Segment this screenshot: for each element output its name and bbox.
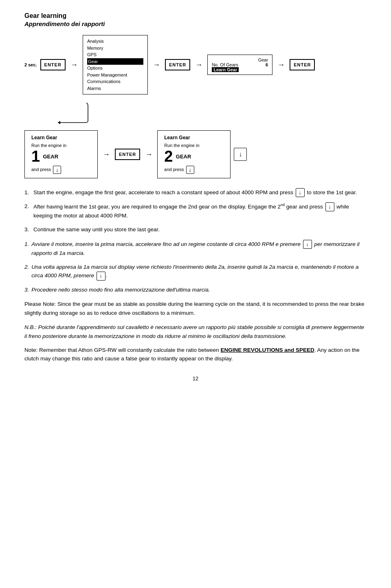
note-underline: ENGINE REVOLUTIONS and SPEED — [220, 347, 314, 353]
arrow-4: → — [277, 61, 285, 69]
note-prefix: Note: Remember that Athon GPS-RW will co… — [24, 347, 220, 353]
learn-gear-highlighted: Learn Gear — [212, 67, 239, 72]
nb-it-text: N.B.: Poiché durante l'apprendimento sul… — [24, 323, 367, 340]
step-3-en: 3. Continue the same way until you store… — [24, 225, 367, 234]
page-title-en: Gear learning — [24, 12, 367, 20]
card1-gear-number: 1 — [31, 149, 40, 164]
gear-panel: Gear No. Of Gears 6 Learn Gear — [207, 55, 272, 75]
menu-item-gps: GPS — [87, 51, 143, 58]
italian-instructions: 1. Avviare il motore, inserire la prima … — [24, 240, 367, 294]
card1-gear-line: 1 GEAR — [31, 149, 91, 164]
no-of-gears-row: No. Of Gears 6 — [212, 62, 268, 67]
step-2-en: 2. After having learnt the 1st gear, you… — [24, 202, 367, 220]
please-note-text: Please Note: Since the gear must be as s… — [24, 300, 367, 317]
step3it-text: Procedere nello stesso modo fino alla me… — [31, 285, 210, 294]
learn-gear-card-1: Learn Gear Run the engine in 1 GEAR and … — [24, 130, 98, 178]
menu-item-options: Options — [87, 65, 143, 72]
step2-num: 2. — [24, 202, 31, 220]
step1it-num: 1. — [24, 240, 29, 258]
menu-item-comms: Communications — [87, 78, 143, 85]
svg-marker-0 — [58, 121, 60, 124]
menu-item-gear: Gear — [87, 58, 143, 65]
card1-and-press: and press ↓ — [31, 166, 91, 174]
arrow-6: → — [145, 150, 152, 159]
curve-arrow-svg — [57, 99, 90, 127]
enter-button-4: ENTER — [115, 149, 140, 160]
learn-gear-card-2: Learn Gear Run the engine in 2 GEAR and … — [157, 130, 231, 178]
note-text: Note: Remember that Athon GPS-RW will co… — [24, 346, 367, 363]
instructions-section: 1. Start the engine, engage the first ge… — [24, 188, 367, 234]
card2-run-text: Run the engine in — [164, 143, 224, 148]
menu-item-power: Power Management — [87, 72, 143, 79]
two-sec-label: 2 sec. — [24, 62, 37, 67]
step3-num: 3. — [24, 225, 31, 234]
menu-item-analysis: Analysis — [87, 38, 143, 45]
step3-text: Continue the same way until you store th… — [33, 225, 160, 234]
menu-box: Analysis Memory GPS Gear Options Power M… — [83, 35, 148, 94]
card2-gear-word: GEAR — [176, 154, 191, 160]
step2it-num: 2. — [24, 263, 29, 281]
step2it-text: Una volta appresa la 1a marcia sul displ… — [31, 263, 367, 281]
step-1-en: 1. Start the engine, engage the first ge… — [24, 188, 367, 197]
step1-down-icon: ↓ — [296, 188, 305, 197]
step-1-it: 1. Avviare il motore, inserire la prima … — [24, 240, 367, 258]
step2it-down-icon: ↓ — [97, 272, 105, 281]
arrow-2: → — [153, 61, 160, 69]
step2-down-icon: ↓ — [325, 202, 334, 211]
please-note-section: Please Note: Since the gear must be as s… — [24, 300, 367, 363]
step-3-it: 3. Procedere nello stesso modo fino alla… — [24, 285, 367, 294]
step2-text: After having learnt the 1st gear, you ar… — [33, 202, 367, 220]
card2-down-icon: ↓ — [186, 166, 194, 174]
step1-text: Start the engine, engage the first gear,… — [33, 188, 357, 197]
page-number: 12 — [24, 375, 367, 382]
arrow-3: → — [195, 61, 202, 69]
arrow-1: → — [70, 61, 78, 69]
card2-gear-line: 2 GEAR — [164, 149, 224, 164]
card2-and-press: and press ↓ — [164, 166, 224, 174]
step-2-it: 2. Una volta appresa la 1a marcia sul di… — [24, 263, 367, 281]
step3it-num: 3. — [24, 285, 29, 294]
diagram-row-2: Learn Gear Run the engine in 1 GEAR and … — [24, 130, 367, 178]
gear-learning-diagram: 2 sec. ENTER → Analysis Memory GPS Gear … — [24, 35, 367, 178]
step1-num: 1. — [24, 188, 31, 197]
diagram-row-1: 2 sec. ENTER → Analysis Memory GPS Gear … — [24, 35, 367, 94]
step1it-text: Avviare il motore, inserire la prima mar… — [31, 240, 367, 258]
card1-run-text: Run the engine in — [31, 143, 91, 148]
card2-gear-number: 2 — [164, 149, 173, 164]
menu-item-alarms: Alarms — [87, 85, 143, 92]
enter-button-3: ENTER — [290, 59, 315, 70]
arrow-5: → — [103, 150, 110, 159]
step1it-down-icon: ↓ — [303, 240, 312, 249]
down-button: ↓ — [234, 148, 247, 161]
sup-nd: nd — [281, 203, 285, 207]
curve-arrow-container — [57, 99, 367, 127]
enter-button-2: ENTER — [165, 59, 190, 70]
menu-item-memory: Memory — [87, 45, 143, 52]
card1-title: Learn Gear — [31, 135, 91, 140]
page-title-it: Apprendimento dei rapporti — [24, 20, 367, 28]
learn-gear-row: Learn Gear — [212, 67, 268, 72]
enter-button-1: ENTER — [40, 59, 66, 70]
card1-gear-word: GEAR — [43, 154, 58, 160]
card1-down-icon: ↓ — [53, 166, 61, 174]
card2-title: Learn Gear — [164, 135, 224, 140]
gear-panel-label: Gear — [212, 57, 268, 62]
